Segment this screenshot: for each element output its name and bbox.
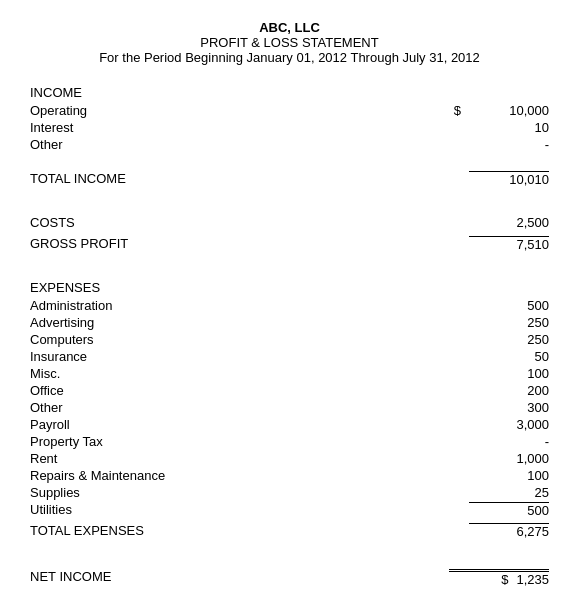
company-name: ABC, LLC	[30, 20, 549, 35]
gross-profit-value: 7,510	[469, 236, 549, 252]
net-income-label: NET INCOME	[30, 569, 111, 587]
expenses-section: EXPENSES Administration500Advertising250…	[30, 280, 549, 541]
expense-item: Repairs & Maintenance100	[30, 467, 549, 484]
expense-item: Payroll3,000	[30, 416, 549, 433]
income-item-value: 10,000	[469, 103, 549, 118]
expense-item-value: 100	[469, 366, 549, 381]
expense-item-label: Repairs & Maintenance	[30, 468, 469, 483]
expense-item: Rent1,000	[30, 450, 549, 467]
income-item: Operating$10,000	[30, 102, 549, 119]
income-item-label: Other	[30, 137, 449, 152]
gross-profit-row: GROSS PROFIT 7,510	[30, 234, 549, 254]
expense-item-label: Computers	[30, 332, 469, 347]
expense-item-value: 300	[469, 400, 549, 415]
expense-item-value: 100	[469, 468, 549, 483]
income-section: INCOME Operating$10,000Interest10Other- …	[30, 85, 549, 189]
total-expenses-value: 6,275	[469, 523, 549, 539]
income-item: Other-	[30, 136, 549, 153]
gross-profit-label: GROSS PROFIT	[30, 236, 128, 252]
expense-item-label: Supplies	[30, 485, 469, 500]
expense-item-value: 25	[469, 485, 549, 500]
total-expenses-label: TOTAL EXPENSES	[30, 523, 144, 539]
expense-item-label: Office	[30, 383, 469, 398]
expense-item: Utilities500	[30, 501, 549, 519]
expense-item-label: Insurance	[30, 349, 469, 364]
report-header: ABC, LLC PROFIT & LOSS STATEMENT For the…	[30, 20, 549, 65]
income-item-label: Interest	[30, 120, 449, 135]
expense-item-value: 3,000	[469, 417, 549, 432]
total-expenses-row: TOTAL EXPENSES 6,275	[30, 521, 549, 541]
expenses-label: EXPENSES	[30, 280, 549, 295]
expense-item-label: Administration	[30, 298, 469, 313]
expense-item-value: 250	[469, 315, 549, 330]
expense-item-value: 50	[469, 349, 549, 364]
expense-item-label: Advertising	[30, 315, 469, 330]
expense-item: Insurance50	[30, 348, 549, 365]
period-label: For the Period Beginning January 01, 201…	[30, 50, 549, 65]
income-item: Interest10	[30, 119, 549, 136]
total-income-row: TOTAL INCOME 10,010	[30, 169, 549, 189]
expense-item: Supplies25	[30, 484, 549, 501]
income-label: INCOME	[30, 85, 549, 100]
expense-item-value: 250	[469, 332, 549, 347]
net-income-dollar: $	[501, 572, 508, 587]
income-item-value: -	[469, 137, 549, 152]
costs-row: COSTS 2,500	[30, 213, 549, 232]
expense-item: Administration500	[30, 297, 549, 314]
total-income-label: TOTAL INCOME	[30, 171, 126, 187]
statement-title: PROFIT & LOSS STATEMENT	[30, 35, 549, 50]
expense-item-value: 500	[469, 502, 549, 518]
net-income-amount: 1,235	[516, 572, 549, 587]
income-item-label: Operating	[30, 103, 449, 118]
expense-item-label: Utilities	[30, 502, 469, 518]
expense-item: Other300	[30, 399, 549, 416]
expense-item-value: 1,000	[469, 451, 549, 466]
expense-item: Office200	[30, 382, 549, 399]
expense-item: Misc.100	[30, 365, 549, 382]
expense-item: Property Tax-	[30, 433, 549, 450]
expense-item-label: Property Tax	[30, 434, 469, 449]
total-income-value: 10,010	[469, 171, 549, 187]
net-income-row: NET INCOME $ 1,235	[30, 567, 549, 589]
costs-label: COSTS	[30, 215, 75, 230]
expense-item-label: Misc.	[30, 366, 469, 381]
expense-item-value: 200	[469, 383, 549, 398]
expense-item-label: Other	[30, 400, 469, 415]
expense-item: Computers250	[30, 331, 549, 348]
expense-items: Administration500Advertising250Computers…	[30, 297, 549, 519]
income-items: Operating$10,000Interest10Other-	[30, 102, 549, 153]
expense-item-value: -	[469, 434, 549, 449]
dollar-sign: $	[454, 103, 461, 118]
income-item-value: 10	[469, 120, 549, 135]
expense-item-label: Payroll	[30, 417, 469, 432]
net-income-value: $ 1,235	[449, 569, 549, 587]
expense-item-value: 500	[469, 298, 549, 313]
expense-item: Advertising250	[30, 314, 549, 331]
costs-value: 2,500	[469, 215, 549, 230]
expense-item-label: Rent	[30, 451, 469, 466]
